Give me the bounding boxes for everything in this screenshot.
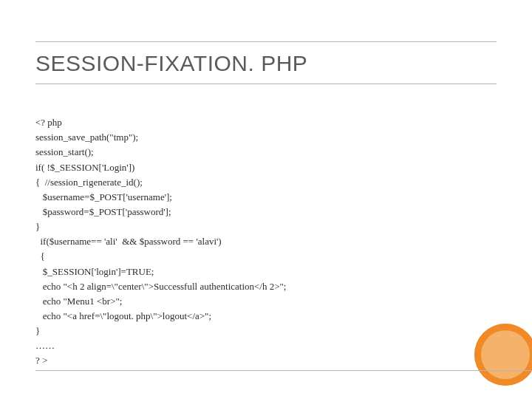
code-line: $username=$_POST['username']; [35,191,172,202]
code-line: $password=$_POST['password']; [35,206,171,217]
code-line: echo "<h 2 align=\"center\">Successfull … [35,281,286,292]
bottom-rule [35,370,532,371]
code-line: <? php [35,117,62,128]
code-line: } [35,221,40,232]
code-line: if($username== 'ali' && $password == 'al… [35,236,222,247]
code-line: session_save_path("tmp"); [35,132,138,143]
code-line: if( !$_SESSION['Login']) [35,162,134,173]
code-line: echo "Menu1 <br>"; [35,296,122,307]
code-line: ? > [35,355,47,366]
code-line: $_SESSION['login']=TRUE; [35,266,154,277]
code-line: { [35,250,45,262]
page-title: SESSION-FIXATION. PHP [35,41,497,84]
code-line: session_start(); [35,146,94,157]
accent-circle-icon [474,324,532,386]
code-block: <? php session_save_path("tmp"); session… [35,100,497,383]
code-line: } [35,325,40,336]
code-line: { //session_rigenerate_id(); [35,177,143,188]
slide: SESSION-FIXATION. PHP <? php session_sav… [0,0,532,399]
code-line: echo "<a href=\"logout. php\">logout</a>… [35,310,211,321]
code-line: …… [35,340,55,351]
